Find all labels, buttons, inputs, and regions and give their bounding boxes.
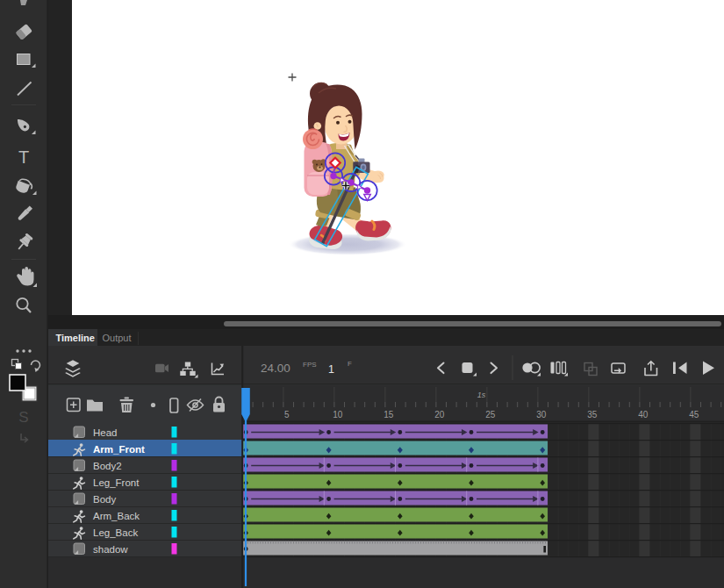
- svg-text:24.00: 24.00: [261, 362, 290, 375]
- svg-text:FPS: FPS: [303, 361, 317, 369]
- svg-text:Head: Head: [93, 427, 118, 438]
- svg-text:35: 35: [587, 410, 598, 419]
- svg-text:15: 15: [384, 410, 394, 419]
- svg-text:1: 1: [328, 363, 334, 376]
- svg-text:Leg_Front: Leg_Front: [93, 477, 140, 488]
- svg-text:Arm_Front: Arm_Front: [93, 444, 145, 455]
- svg-text:5: 5: [284, 410, 290, 419]
- svg-text:45: 45: [689, 410, 699, 419]
- svg-text:Leg_Back: Leg_Back: [93, 527, 138, 538]
- svg-text:shadow: shadow: [93, 544, 128, 555]
- svg-text:T: T: [18, 147, 29, 167]
- svg-text:Timeline: Timeline: [56, 333, 95, 343]
- svg-text:Body2: Body2: [93, 461, 122, 471]
- svg-text:S: S: [18, 409, 28, 426]
- svg-text:10: 10: [333, 410, 343, 419]
- svg-text:Output: Output: [103, 333, 132, 343]
- svg-text:40: 40: [638, 410, 649, 419]
- svg-text:Body: Body: [93, 494, 116, 505]
- svg-text:Arm_Back: Arm_Back: [93, 511, 140, 521]
- svg-text:25: 25: [485, 410, 496, 419]
- svg-text:20: 20: [434, 410, 445, 419]
- svg-text:30: 30: [536, 410, 547, 419]
- svg-text:F: F: [348, 360, 352, 368]
- svg-text:1s: 1s: [477, 391, 486, 399]
